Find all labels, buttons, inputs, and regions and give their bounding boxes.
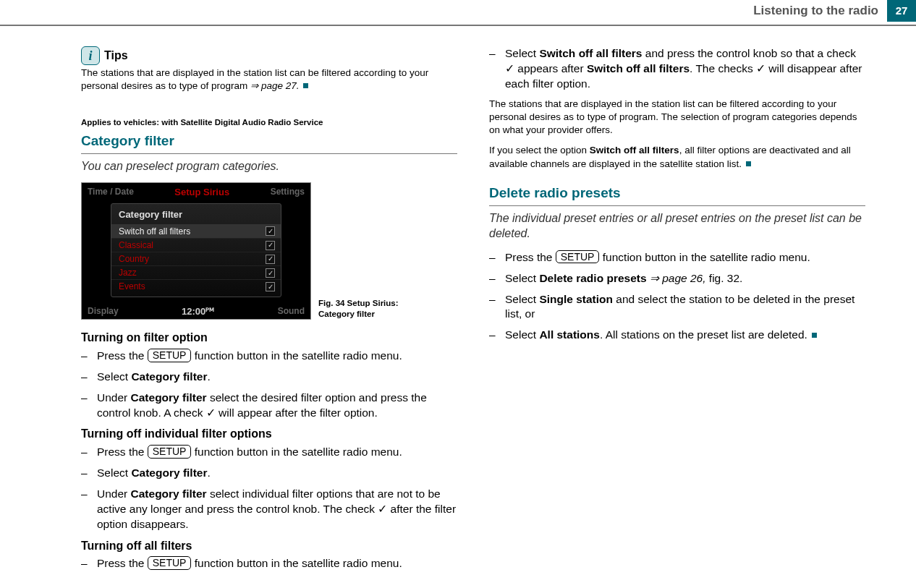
- mmi-bottom-right: Sound: [278, 305, 305, 318]
- step: – Under Category filter select the desir…: [81, 391, 457, 421]
- tips-header: i Tips: [81, 46, 457, 65]
- t: All stations: [539, 328, 600, 341]
- step: – Press the SETUP function button in the…: [81, 349, 457, 364]
- end-square-icon: [812, 333, 817, 338]
- step: – Press the SETUP function button in the…: [81, 445, 457, 460]
- mmi-item-label: Switch off all filters: [119, 226, 190, 237]
- mmi-bottom-left: Display: [88, 305, 119, 318]
- subhead-turn-off-all: Turning off all filters: [81, 538, 457, 554]
- figure-caption: Fig. 34 Setup Sirius: Category filter: [318, 298, 405, 320]
- step: – Select Category filter.: [81, 370, 457, 385]
- t: function button in the satellite radio m…: [191, 349, 402, 362]
- tips-body: The stations that are displayed in the s…: [81, 67, 457, 93]
- step: – Select Switch off all filters and pres…: [489, 46, 865, 92]
- heading-delete-presets: Delete radio presets: [489, 184, 865, 206]
- mmi-screen: Time / Date Setup Sirius Settings Catego…: [81, 182, 311, 320]
- step: – Select All stations. All stations on t…: [489, 328, 865, 343]
- mmi-clock: 12:00ᴾᴹ: [182, 305, 214, 318]
- checkbox-icon: ✓: [266, 226, 275, 236]
- t: Press the: [97, 446, 148, 458]
- mmi-item-label: Classical: [119, 239, 153, 251]
- mmi-item: Switch off all filters ✓: [111, 225, 281, 239]
- t: Under: [97, 391, 131, 404]
- t: function button in the satellite radio m…: [191, 557, 402, 569]
- mmi-item: Classical ✓: [111, 239, 281, 252]
- mmi-top-left: Time / Date: [88, 186, 134, 199]
- t: Select: [97, 466, 131, 479]
- tips-page-ref: ⇒ page 27.: [250, 80, 299, 91]
- t: Press the: [97, 557, 148, 569]
- t: .: [207, 466, 210, 479]
- header-bar: Listening to the radio 27: [0, 0, 916, 26]
- step: – Press the SETUP function button in the…: [81, 556, 457, 571]
- t: . All stations on the preset list are de…: [600, 328, 807, 341]
- subhead-turn-off-ind: Turning off individual filter options: [81, 426, 457, 442]
- applies-note: Applies to vehicles: with Satellite Digi…: [81, 117, 457, 129]
- t: Press the: [97, 349, 148, 362]
- mmi-top-right: Settings: [271, 186, 305, 199]
- t: Single station: [539, 293, 613, 305]
- t: Select: [505, 328, 539, 341]
- page-number: 27: [887, 0, 916, 22]
- t: If you select the option: [489, 145, 590, 155]
- t: Delete radio presets: [539, 272, 646, 284]
- mmi-item-label: Events: [119, 281, 145, 292]
- t: Category filter: [131, 487, 207, 500]
- mmi-top-center: Setup Sirius: [174, 186, 229, 199]
- t: Select: [505, 47, 539, 59]
- mmi-item-label: Jazz: [119, 267, 137, 278]
- tips-label: Tips: [104, 48, 128, 64]
- t: Under: [97, 487, 131, 500]
- mmi-item: Country ✓: [111, 252, 281, 266]
- t: Category filter: [131, 466, 207, 479]
- setup-button-ref: SETUP: [148, 445, 192, 459]
- mmi-item: Events ✓: [111, 280, 281, 293]
- step: – Select Delete radio presets ⇒ page 26,…: [489, 271, 865, 286]
- t: function button in the satellite radio m…: [191, 446, 402, 458]
- checkbox-icon: ✓: [266, 241, 275, 250]
- step: – Under Category filter select individua…: [81, 487, 457, 532]
- end-square-icon: [303, 83, 308, 88]
- subhead-turn-on: Turning on filter option: [81, 330, 457, 346]
- subtitle-category-filter: You can preselect program categories.: [81, 158, 457, 174]
- heading-category-filter: Category filter: [81, 132, 457, 154]
- info-icon: i: [81, 46, 100, 65]
- mmi-panel: Category filter Switch off all filters ✓…: [111, 203, 281, 297]
- setup-button-ref: SETUP: [148, 556, 192, 570]
- chapter-title: Listening to the radio: [753, 0, 887, 22]
- mmi-item-label: Country: [119, 253, 149, 265]
- step: – Select Category filter.: [81, 466, 457, 481]
- mmi-panel-title: Category filter: [111, 207, 281, 225]
- setup-button-ref: SETUP: [148, 349, 192, 362]
- t: Select: [505, 293, 539, 305]
- step: – Press the SETUP function button in the…: [489, 250, 865, 265]
- t: Switch off all filters: [587, 62, 690, 74]
- page-content: i Tips The stations that are displayed i…: [81, 46, 865, 588]
- mmi-item: Jazz ✓: [111, 266, 281, 280]
- t: Select: [97, 370, 131, 383]
- t: Switch off all filters: [590, 145, 679, 155]
- explain-para-2: If you select the option Switch off all …: [489, 144, 865, 170]
- checkbox-icon: ✓: [266, 268, 275, 278]
- t: Category filter: [131, 370, 207, 383]
- t: .: [207, 370, 210, 383]
- t: fig. 32.: [709, 272, 743, 284]
- checkbox-icon: ✓: [266, 255, 275, 264]
- end-square-icon: [746, 161, 751, 166]
- t: ⇒ page 26,: [647, 272, 709, 284]
- explain-para-1: The stations that are displayed in the s…: [489, 98, 865, 137]
- figure-34: Time / Date Setup Sirius Settings Catego…: [81, 182, 457, 320]
- t: Switch off all filters: [539, 47, 642, 59]
- step: – Select Single station and select the s…: [489, 292, 865, 323]
- checkbox-icon: ✓: [266, 282, 275, 291]
- setup-button-ref: SETUP: [556, 250, 600, 264]
- t: function button in the satellite radio m…: [599, 251, 810, 263]
- t: Category filter: [131, 391, 207, 404]
- subtitle-delete-presets: The individual preset entries or all pre…: [489, 210, 865, 242]
- t: Select: [505, 272, 539, 284]
- header-right: Listening to the radio 27: [753, 0, 916, 22]
- t: Press the: [505, 251, 556, 263]
